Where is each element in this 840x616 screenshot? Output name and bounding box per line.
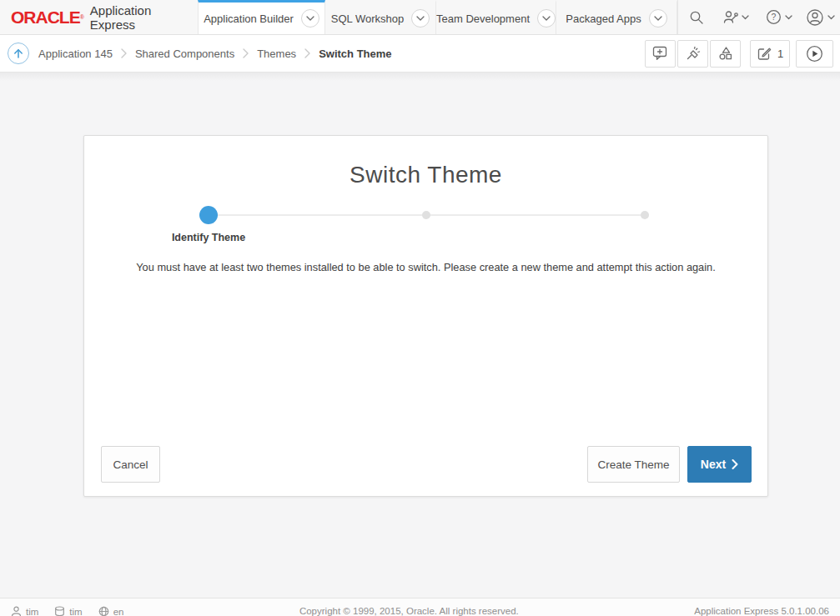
tab-team-development[interactable]: Team Development bbox=[436, 0, 556, 34]
tab-label: Packaged Apps bbox=[566, 13, 641, 25]
breadcrumb-item-themes[interactable]: Themes bbox=[257, 48, 296, 60]
footer-user-name: tim bbox=[26, 607, 38, 616]
create-theme-button[interactable]: Create Theme bbox=[587, 446, 680, 483]
footer-language: en bbox=[98, 606, 124, 616]
footer-user: tim bbox=[11, 606, 38, 616]
edit-page-number: 1 bbox=[777, 48, 783, 60]
tab-sql-workshop[interactable]: SQL Workshop bbox=[325, 0, 436, 34]
registered-mark: ® bbox=[80, 12, 84, 23]
edit-pencil-icon bbox=[757, 46, 772, 61]
wizard-step-3-dot bbox=[641, 211, 649, 219]
page-footer: tim tim en Copyright © 1999, 2015, Oracl… bbox=[0, 598, 840, 616]
breadcrumb-separator-icon bbox=[243, 48, 249, 58]
main-nav-tabs: Application Builder SQL Workshop Team De… bbox=[198, 0, 677, 34]
tab-label: Team Development bbox=[436, 13, 530, 25]
page-action-buttons: 1 bbox=[643, 40, 833, 68]
edit-page-button[interactable]: 1 bbox=[750, 40, 790, 68]
wizard-current-step-label: Identify Theme bbox=[172, 232, 245, 243]
footer-schema: tim bbox=[54, 606, 82, 616]
go-up-button[interactable] bbox=[8, 43, 29, 64]
comment-plus-icon bbox=[652, 46, 668, 61]
chevron-down-icon bbox=[742, 15, 749, 20]
database-icon bbox=[54, 606, 65, 616]
wizard-footer-buttons: Create Theme Next bbox=[587, 446, 752, 483]
breadcrumb-bar: Application 145 Shared Components Themes… bbox=[0, 35, 840, 73]
breadcrumb: Application 145 Shared Components Themes… bbox=[38, 48, 392, 60]
shapes-icon bbox=[718, 46, 733, 61]
chevron-down-icon bbox=[785, 15, 792, 20]
breadcrumb-separator-icon bbox=[121, 48, 127, 58]
wizard-step-2-dot bbox=[422, 211, 430, 219]
chevron-down-icon[interactable] bbox=[411, 9, 430, 28]
svg-text:?: ? bbox=[772, 12, 777, 22]
flashlight-icon bbox=[686, 46, 701, 61]
footer-schema-name: tim bbox=[69, 607, 82, 616]
footer-version: Application Express 5.0.1.00.06 bbox=[694, 606, 829, 616]
chevron-down-icon bbox=[827, 15, 835, 20]
tab-application-builder[interactable]: Application Builder bbox=[198, 0, 325, 34]
wizard-step-1-dot bbox=[199, 206, 218, 224]
chevron-down-icon[interactable] bbox=[537, 9, 556, 28]
chevron-down-icon[interactable] bbox=[649, 9, 667, 28]
account-menu-button[interactable] bbox=[801, 0, 840, 34]
arrow-up-icon bbox=[12, 47, 25, 60]
footer-session-info: tim tim en bbox=[11, 606, 123, 616]
tab-packaged-apps[interactable]: Packaged Apps bbox=[556, 0, 677, 34]
footer-copyright: Copyright © 1999, 2015, Oracle. All righ… bbox=[123, 606, 694, 616]
next-button-label: Next bbox=[701, 458, 726, 471]
next-button[interactable]: Next bbox=[687, 446, 752, 483]
play-icon bbox=[806, 45, 823, 63]
wizard-title: Switch Theme bbox=[84, 162, 767, 188]
tab-label: SQL Workshop bbox=[331, 13, 404, 25]
wizard-progress-bar: Identify Theme bbox=[209, 206, 645, 224]
wizard-message: You must have at least two themes instal… bbox=[84, 261, 767, 273]
user-account-icon bbox=[806, 8, 824, 27]
globe-icon bbox=[98, 606, 109, 616]
footer-language-code: en bbox=[113, 607, 124, 616]
help-menu-button[interactable]: ? bbox=[757, 0, 801, 34]
breadcrumb-separator-icon bbox=[304, 48, 310, 58]
chevron-down-icon[interactable] bbox=[301, 9, 319, 28]
breadcrumb-item-application[interactable]: Application 145 bbox=[38, 48, 113, 60]
cancel-button[interactable]: Cancel bbox=[101, 446, 160, 483]
oracle-brand-text: ORACLE bbox=[11, 8, 80, 28]
chevron-right-icon bbox=[732, 459, 738, 469]
administration-menu-button[interactable] bbox=[714, 0, 757, 34]
oracle-logo[interactable]: ORACLE ® Application Express bbox=[0, 0, 198, 34]
top-navigation-bar: ORACLE ® Application Express Application… bbox=[0, 0, 840, 35]
add-comment-button[interactable] bbox=[645, 40, 676, 68]
search-icon bbox=[689, 10, 704, 25]
switch-theme-wizard-dialog: Switch Theme Identify Theme You must hav… bbox=[83, 135, 768, 497]
tab-label: Application Builder bbox=[204, 13, 294, 25]
page-content: Switch Theme Identify Theme You must hav… bbox=[0, 73, 840, 598]
utilities-flashlight-button[interactable] bbox=[677, 40, 708, 68]
shared-components-button[interactable] bbox=[710, 40, 741, 68]
header-utility-icons: ? bbox=[677, 0, 840, 34]
admin-wrench-icon bbox=[723, 10, 738, 24]
run-application-button[interactable] bbox=[796, 40, 833, 68]
product-name-text: Application Express bbox=[90, 3, 198, 32]
breadcrumb-item-shared-components[interactable]: Shared Components bbox=[135, 48, 234, 60]
help-icon: ? bbox=[766, 9, 782, 25]
person-icon bbox=[11, 606, 22, 616]
search-button[interactable] bbox=[677, 0, 714, 34]
breadcrumb-item-switch-theme: Switch Theme bbox=[319, 48, 391, 60]
